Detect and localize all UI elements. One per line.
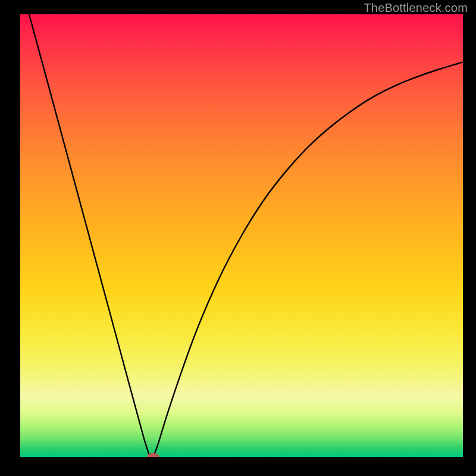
plot-svg: [20, 14, 463, 457]
chart-frame: TheBottleneck.com: [0, 0, 476, 476]
watermark-text: TheBottleneck.com: [364, 1, 468, 15]
curve-right: [153, 62, 463, 457]
plot-area: [20, 14, 463, 457]
curve-left: [29, 14, 153, 457]
